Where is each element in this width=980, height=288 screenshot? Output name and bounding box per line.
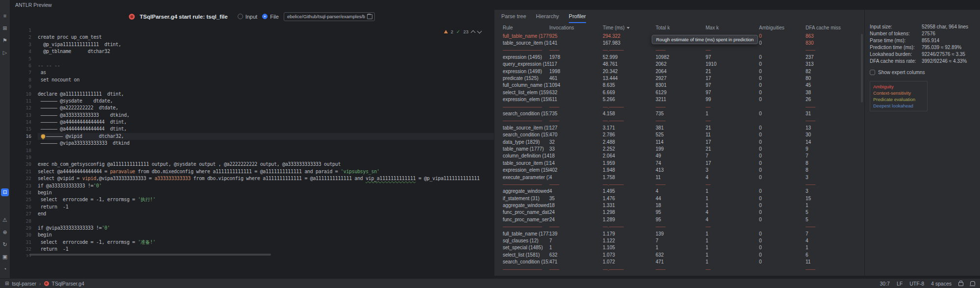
column-header-time-ms[interactable]: Time (ms) <box>603 25 656 30</box>
profiler-row[interactable]: search_condition (1516)4711.0724711011 <box>494 259 864 265</box>
column-header-max-k[interactable]: Max k <box>706 25 759 30</box>
code-line[interactable]: select errorcode = -1, errormsg = '执行!' <box>38 196 494 203</box>
terminal-icon[interactable]: ⊕ <box>1 228 9 236</box>
code-line[interactable]: —————— @vipid dtchar32, <box>38 133 494 140</box>
tab-parse-tree[interactable]: Parse tree <box>501 10 526 23</box>
code-line[interactable]: —————— @sysdate dtdate, <box>38 98 494 105</box>
chevron-up-icon[interactable] <box>471 30 476 35</box>
ok-count[interactable]: 23 <box>463 29 468 34</box>
problems-icon[interactable]: ⚠ <box>1 216 9 224</box>
code-line[interactable]: select errorcode = -1, errormsg = '准备!' <box>38 239 494 246</box>
profiler-row[interactable]: sql_clauses (12)71.1227104 <box>494 237 864 244</box>
lock-icon[interactable] <box>958 282 963 286</box>
code-line[interactable]: @p_tblname dtchar32 <box>38 48 494 55</box>
code-line[interactable]: select @a44444444444444 = paravalue from… <box>38 168 494 175</box>
column-header-dfa-cache-miss[interactable]: DFA cache miss <box>806 25 864 30</box>
profiler-row[interactable]: func_proc_name_data…241.29895405 <box>494 209 864 216</box>
window-grid-icon[interactable]: ⊞ <box>5 281 9 286</box>
code-line[interactable] <box>38 55 494 62</box>
file-radio[interactable]: File <box>262 14 279 20</box>
notifications-bell-icon[interactable] <box>970 281 975 285</box>
bookmarks-icon[interactable]: ⚑ <box>1 36 9 44</box>
code-line[interactable] <box>38 27 494 34</box>
profiler-row[interactable]: full_table_name (1773)1391.179139107 <box>494 230 864 237</box>
profiler-row[interactable]: expression (1498)199820.342206421082 <box>494 68 864 75</box>
profiler-row[interactable]: full_column_name (17…10948.635830197045 <box>494 82 864 89</box>
code-line[interactable]: end <box>38 210 494 217</box>
profiler-row[interactable]: search_condition (1517)4702.78652511030 <box>494 131 864 138</box>
code-line[interactable]: @p_vipa1111111111111 dtint, <box>38 41 494 48</box>
profiler-row[interactable]: aggregate_windowed…181.33118101 <box>494 202 864 209</box>
caret-position[interactable]: 30:7 <box>880 281 890 287</box>
code-line[interactable]: as <box>38 69 494 76</box>
show-expert-columns-checkbox[interactable]: Show expert columns <box>870 70 980 75</box>
input-radio[interactable]: Input <box>238 14 257 20</box>
code-line[interactable]: create proc up_com_test <box>38 34 494 41</box>
code-line[interactable]: if @a333333333333 !='0' <box>38 183 494 189</box>
profiler-row[interactable]: query_expression (1527)11748.76120621910… <box>494 61 864 68</box>
profiler-row[interactable]: set_special (1485)11.1051101 <box>494 244 864 251</box>
chevron-down-icon[interactable] <box>477 28 482 33</box>
profiler-row[interactable]: select_list_elem (1592)6326.669612997038 <box>494 89 864 96</box>
line-ending[interactable]: LF <box>897 281 903 287</box>
input-file-path-field[interactable]: ebelice/Github/tsql-parser/examples/big.… <box>284 12 375 21</box>
code-editor[interactable]: 1234567891011121314151617181920212223242… <box>10 23 494 257</box>
code-line[interactable]: exec nb_com_getsysconfig @a1111111111111… <box>38 161 494 168</box>
column-header-rule[interactable]: Rule <box>503 25 549 30</box>
profiler-row[interactable]: if_statement (31)351.476441015 <box>494 195 864 202</box>
project-icon[interactable]: ⊞ <box>1 24 9 32</box>
profiler-row[interactable]: execute_parameter (1…41.75811403 <box>494 174 864 181</box>
code-line[interactable]: -- -- -- <box>38 62 494 69</box>
tab-profiler[interactable]: Profiler <box>569 10 586 23</box>
breadcrumb-project[interactable]: tsql-parser <box>12 281 36 287</box>
profiler-row[interactable]: ———————————.———————— <box>494 47 864 53</box>
indent-setting[interactable]: 4 spaces <box>931 281 952 287</box>
column-header-total-k[interactable]: Total k <box>656 25 706 30</box>
profiler-row[interactable]: expression_elem (1590)6115.266321199026 <box>494 96 864 103</box>
column-header-invocations[interactable]: Invocations <box>549 25 603 30</box>
file-radio-circle-icon[interactable] <box>262 14 268 19</box>
code-line[interactable]: —————— @a44444444444444 dtint, <box>38 126 494 132</box>
editor-code-area[interactable]: create proc up_com_test @p_vipa111111111… <box>38 27 494 257</box>
run-icon[interactable]: ▷ <box>1 49 9 56</box>
horizontal-scrollbar[interactable] <box>29 254 271 256</box>
profiler-row[interactable]: select_list (1581)6321.073632106 <box>494 251 864 258</box>
input-file-path-value[interactable]: ebelice/Github/tsql-parser/examples/big.… <box>287 14 365 19</box>
profiler-row[interactable]: column_definition (1421)182.06449707 <box>494 153 864 159</box>
code-line[interactable]: —————— @vipa333333333333 dtkind <box>38 140 494 147</box>
code-line[interactable] <box>38 83 494 90</box>
checkbox-icon[interactable] <box>870 70 875 75</box>
profiler-row[interactable]: ———————————.———————— <box>494 265 864 272</box>
git-icon[interactable]: ↻ <box>1 240 9 248</box>
code-line[interactable]: return -1 <box>38 246 494 253</box>
input-radio-circle-icon[interactable] <box>238 14 243 19</box>
profiler-row[interactable]: aggregate_windowed…41.4954103 <box>494 188 864 195</box>
inspection-widget[interactable]: 2 ✓ 23 <box>444 29 481 34</box>
profiler-row[interactable]: expression (1495)197852.99910982970237 <box>494 53 864 60</box>
notifications-icon[interactable]: ◔ <box>1 265 9 273</box>
intention-bulb-icon[interactable] <box>41 134 45 138</box>
breadcrumb-file[interactable]: TSqlParser.g4 <box>52 281 85 287</box>
browse-folder-icon[interactable] <box>367 14 372 19</box>
code-line[interactable]: declare @a1111111111111 dtint, <box>38 91 494 98</box>
code-line[interactable]: set nocount on <box>38 77 494 83</box>
profiler-row[interactable]: search_condition (1519)7354.1587351031 <box>494 110 864 117</box>
profiler-row[interactable]: table_source_item (15…1273.17138121013 <box>494 124 864 131</box>
code-line[interactable] <box>38 218 494 225</box>
profiler-row[interactable]: data_type (1829)322.48811417014 <box>494 138 864 145</box>
profiler-row[interactable]: predicate (1525)46113.444292717080 <box>494 75 864 81</box>
code-line[interactable]: select @vipid = vipid,@vipa333333333333 … <box>38 175 494 182</box>
tab-hierarchy[interactable]: Hierarchy <box>536 10 559 23</box>
table-vertical-scrollbar[interactable] <box>861 34 863 103</box>
profiler-row[interactable]: ———————————.———————— <box>494 117 864 124</box>
code-line[interactable]: —————— @a2222222222 dtdate, <box>38 105 494 111</box>
profiler-row[interactable]: ———————————.———————— <box>494 223 864 230</box>
code-line[interactable]: begin <box>38 232 494 238</box>
antlr-preview-icon[interactable]: ⊡ <box>1 188 9 196</box>
code-line[interactable] <box>38 154 494 161</box>
code-line[interactable] <box>38 147 494 154</box>
code-line[interactable]: if @vipa333333333333 !='0' <box>38 225 494 232</box>
profiler-row[interactable]: table_name (1777)332.2521992109 <box>494 145 864 152</box>
services-icon[interactable]: ▣ <box>1 253 9 261</box>
code-line[interactable]: begin <box>38 189 494 196</box>
